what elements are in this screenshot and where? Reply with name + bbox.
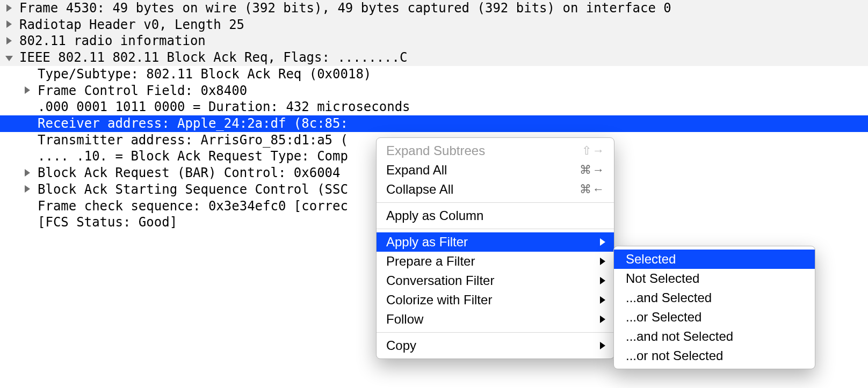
row-label: Radiotap Header v0, Length 25	[19, 17, 244, 33]
row-label: .000 0001 1011 0000 = Duration: 432 micr…	[38, 99, 410, 115]
chevron-right-icon	[600, 342, 605, 349]
menu-item-label: Apply as Filter	[386, 235, 468, 250]
menu-separator	[377, 332, 614, 333]
expand-icon[interactable]	[2, 18, 16, 32]
submenu-item-label: ...or Selected	[626, 310, 701, 324]
row-label: Frame check sequence: 0x3e34efc0 [correc	[38, 198, 348, 215]
menu-shortcut: ⌘←	[580, 182, 605, 196]
chevron-right-icon	[600, 238, 605, 246]
menu-item-prepare-a-filter[interactable]: Prepare a Filter	[377, 252, 614, 271]
menu-item-label: Copy	[386, 338, 416, 353]
expand-icon[interactable]	[20, 166, 34, 180]
submenu-item-label: ...and not Selected	[626, 329, 733, 343]
row-frame[interactable]: Frame 4530: 49 bytes on wire (392 bits),…	[0, 0, 868, 17]
row-label: Block Ack Request (BAR) Control: 0x6004	[38, 165, 341, 181]
menu-item-label: Follow	[386, 312, 423, 327]
chevron-right-icon	[600, 277, 605, 284]
menu-item-label: Prepare a Filter	[386, 254, 475, 269]
menu-item-colorize-with-filter[interactable]: Colorize with Filter	[377, 290, 614, 310]
menu-item-label: Apply as Column	[386, 208, 483, 223]
expand-icon[interactable]	[2, 34, 16, 48]
row-label: Block Ack Starting Sequence Control (SSC	[38, 181, 348, 198]
row-label: Transmitter address: ArrisGro_85:d1:a5 (	[38, 132, 348, 149]
submenu-item--and-selected[interactable]: ...and Selected	[614, 288, 815, 308]
chevron-right-icon	[600, 296, 605, 304]
context-menu[interactable]: Expand Subtrees⇧→Expand All⌘→Collapse Al…	[376, 137, 614, 359]
collapse-icon[interactable]	[2, 51, 16, 65]
submenu-item-label: Selected	[626, 252, 676, 266]
submenu-item-label: ...or not Selected	[626, 348, 723, 363]
submenu-item-not-selected[interactable]: Not Selected	[614, 269, 815, 288]
apply-as-filter-submenu[interactable]: SelectedNot Selected...and Selected...or…	[613, 246, 815, 369]
expand-icon[interactable]	[20, 182, 34, 196]
row-label: .... .10. = Block Ack Request Type: Comp	[38, 148, 348, 165]
row-radiotap[interactable]: Radiotap Header v0, Length 25	[0, 17, 868, 33]
row-label: IEEE 802.11 802.11 Block Ack Req, Flags:…	[19, 49, 407, 66]
row-label: Type/Subtype: 802.11 Block Ack Req (0x00…	[38, 66, 371, 83]
submenu-item--and-not-selected[interactable]: ...and not Selected	[614, 327, 815, 346]
chevron-right-icon	[600, 258, 605, 265]
row-label: Frame Control Field: 0x8400	[38, 83, 247, 99]
menu-item-follow[interactable]: Follow	[377, 310, 614, 329]
chevron-right-icon	[600, 316, 605, 323]
menu-separator	[377, 229, 614, 229]
submenu-item--or-not-selected[interactable]: ...or not Selected	[614, 346, 815, 365]
row-label: [FCS Status: Good]	[38, 214, 177, 231]
menu-item-expand-subtrees: Expand Subtrees⇧→	[377, 141, 614, 160]
submenu-item-selected[interactable]: Selected	[614, 250, 815, 269]
menu-item-expand-all[interactable]: Expand All⌘→	[377, 160, 614, 180]
expand-icon[interactable]	[2, 2, 16, 16]
menu-item-label: Collapse All	[386, 182, 453, 197]
menu-separator	[377, 202, 614, 203]
menu-item-copy[interactable]: Copy	[377, 336, 614, 355]
menu-item-label: Conversation Filter	[386, 273, 494, 288]
submenu-item-label: ...and Selected	[626, 290, 712, 305]
submenu-item-label: Not Selected	[626, 271, 699, 285]
row-type-subtype[interactable]: Type/Subtype: 802.11 Block Ack Req (0x00…	[0, 66, 868, 83]
menu-item-label: Colorize with Filter	[386, 292, 492, 308]
menu-shortcut: ⌘→	[580, 163, 605, 177]
menu-item-apply-as-column[interactable]: Apply as Column	[377, 206, 614, 225]
row-ieee80211[interactable]: IEEE 802.11 802.11 Block Ack Req, Flags:…	[0, 49, 868, 66]
row-duration[interactable]: .000 0001 1011 0000 = Duration: 432 micr…	[0, 99, 868, 115]
menu-shortcut: ⇧→	[582, 144, 605, 158]
row-label: 802.11 radio information	[19, 33, 206, 49]
menu-item-collapse-all[interactable]: Collapse All⌘←	[377, 180, 614, 199]
menu-item-apply-as-filter[interactable]: Apply as Filter	[377, 232, 614, 252]
row-frame-control[interactable]: Frame Control Field: 0x8400	[0, 83, 868, 99]
menu-item-label: Expand All	[386, 163, 447, 178]
row-label: Receiver address: Apple_24:2a:df (8c:85:	[38, 115, 348, 132]
row-radio-info[interactable]: 802.11 radio information	[0, 33, 868, 49]
menu-item-label: Expand Subtrees	[386, 143, 485, 158]
menu-item-conversation-filter[interactable]: Conversation Filter	[377, 271, 614, 290]
expand-icon[interactable]	[20, 84, 34, 98]
row-label: Frame 4530: 49 bytes on wire (392 bits),…	[19, 0, 671, 17]
row-receiver-address[interactable]: Receiver address: Apple_24:2a:df (8c:85:	[0, 115, 868, 132]
submenu-item--or-selected[interactable]: ...or Selected	[614, 308, 815, 327]
